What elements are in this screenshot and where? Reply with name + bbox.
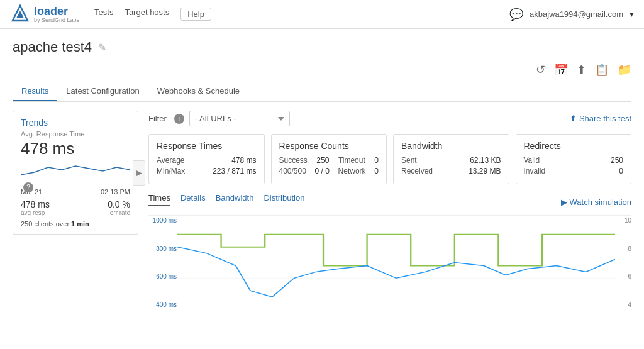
nav-target-hosts[interactable]: Target hosts: [125, 8, 169, 21]
trends-card: Trends Avg. Response Time 478 ms ? Mar 2…: [13, 111, 138, 235]
metric-key: Success: [279, 156, 308, 165]
clients-duration: 1 min: [71, 220, 89, 228]
watch-simulation-btn[interactable]: ▶ Watch simulation: [561, 197, 632, 207]
filter-label: Filter: [148, 114, 167, 123]
metric-val: 223 / 871 ms: [213, 167, 256, 175]
next-arrow-btn[interactable]: ▶: [133, 160, 145, 186]
filter-help-badge[interactable]: i: [174, 114, 184, 124]
calendar-icon[interactable]: 📅: [554, 63, 568, 77]
chart-area: 1000 ms 800 ms 600 ms 400 ms 10 8 6 4: [148, 215, 631, 309]
edit-icon[interactable]: ✎: [98, 42, 106, 53]
metric-val: 250: [611, 156, 623, 165]
sparkline-svg: [21, 161, 130, 180]
play-icon: ▶: [561, 197, 567, 207]
folder-icon[interactable]: 📁: [618, 63, 631, 77]
brand-name: loader: [34, 5, 68, 18]
metric-val: 62.13 KB: [470, 156, 501, 165]
metric-row: Min/Max 223 / 871 ms: [157, 167, 257, 175]
share-icon: ⬆: [570, 114, 577, 123]
toolbar: ↺ 📅 ⬆ 📋 📁: [13, 63, 631, 77]
metric-key: Average: [157, 156, 184, 165]
clients-line: 250 clients over 1 min: [21, 220, 130, 228]
metric-val: 250: [316, 156, 329, 165]
chart-svg-wrap: [177, 216, 615, 309]
err-rate-val: 0.0 %: [108, 199, 130, 209]
trends-avg-label: Avg. Response Time: [21, 130, 130, 138]
chevron-down-icon: ▾: [630, 9, 634, 19]
metric-title-bandwidth: Bandwidth: [401, 141, 501, 151]
brand-sub: by SendGrid Labs: [34, 17, 79, 23]
main-content: Trends Avg. Response Time 478 ms ? Mar 2…: [13, 111, 631, 309]
metric-row: Sent 62.13 KB: [401, 156, 501, 165]
metric-row: Average 478 ms: [157, 156, 257, 165]
user-label[interactable]: akbajwa1994@gmail.com: [530, 9, 623, 19]
page-content: apache test4 ✎ ↺ 📅 ⬆ 📋 📁 Results Latest …: [0, 29, 644, 319]
trends-divider: [21, 184, 130, 184]
copy-icon[interactable]: 📋: [595, 63, 609, 77]
y-label-400: 400 ms: [148, 301, 177, 308]
filter-select[interactable]: - All URLs -: [189, 111, 290, 126]
chat-icon[interactable]: 💬: [509, 8, 523, 21]
tab-results[interactable]: Results: [13, 82, 57, 101]
chart-tab-times[interactable]: Times: [148, 193, 170, 206]
nav-right: 💬 akbajwa1994@gmail.com ▾: [509, 8, 634, 21]
main-tabs: Results Latest Configuration Webhooks & …: [13, 82, 631, 102]
export-icon[interactable]: ⬆: [577, 63, 586, 77]
metric-key: Invalid: [524, 167, 546, 175]
metric-key: Received: [401, 167, 433, 175]
watch-sim-label: Watch simulation: [570, 197, 632, 207]
trends-stats: 478 ms avg resp 0.0 % err rate: [21, 199, 130, 216]
chart-tab-details[interactable]: Details: [180, 193, 206, 206]
metric-key: Sent: [401, 156, 417, 165]
nav-help[interactable]: Help: [180, 8, 211, 21]
tab-webhooks[interactable]: Webhooks & Schedule: [148, 82, 248, 101]
err-rate-label: err rate: [108, 209, 130, 216]
metric-val: 478 ms: [231, 156, 256, 165]
metric-title-response-times: Response Times: [157, 141, 257, 151]
metric-key: Min/Max: [157, 167, 185, 175]
share-label: Share this test: [579, 114, 631, 123]
metric-key: Valid: [524, 156, 540, 165]
y-label-r-4: 4: [616, 301, 631, 308]
filter-row: Filter i - All URLs - ⬆ Share this test: [148, 111, 631, 126]
navbar: loader by SendGrid Labs Tests Target hos…: [0, 0, 644, 29]
page-header: apache test4 ✎: [13, 39, 631, 55]
metric-val: 0: [619, 167, 623, 175]
metric-title-response-counts: Response Counts: [279, 141, 379, 151]
trends-title: Trends: [21, 118, 130, 128]
right-panel: Filter i - All URLs - ⬆ Share this test …: [148, 111, 631, 309]
avg-resp-val: 478 ms: [21, 199, 50, 209]
filter-left: Filter i - All URLs -: [148, 111, 290, 126]
chart-tabs: Times Details Bandwidth Distribution: [148, 193, 304, 206]
metric-card-response-times: Response Times Average 478 ms Min/Max 22…: [148, 134, 265, 184]
brand: loader by SendGrid Labs: [10, 4, 79, 25]
y-label-r-10: 10: [616, 217, 631, 224]
tab-latest-config[interactable]: Latest Configuration: [57, 82, 148, 101]
y-label-800: 800 ms: [148, 245, 177, 252]
y-label-r-6: 6: [616, 273, 631, 280]
share-test-btn[interactable]: ⬆ Share this test: [570, 114, 631, 123]
metric-key2: Timeout: [338, 156, 365, 165]
y-label-1000: 1000 ms: [148, 217, 177, 224]
metric-cards: Response Times Average 478 ms Min/Max 22…: [148, 134, 631, 184]
avg-resp-label: avg resp: [21, 209, 50, 216]
metric-row: Valid 250: [524, 156, 624, 165]
refresh-icon[interactable]: ↺: [536, 63, 545, 77]
clients-text: 250 clients over: [21, 220, 69, 228]
metric-row: Success 250 Timeout 0: [279, 156, 379, 165]
metric-key2: Network: [338, 167, 366, 175]
y-label-600: 600 ms: [148, 273, 177, 280]
chart-tab-bandwidth[interactable]: Bandwidth: [216, 193, 254, 206]
metric-card-redirects: Redirects Valid 250 Invalid 0: [516, 134, 632, 184]
page-title: apache test4: [13, 39, 92, 55]
help-badge[interactable]: ?: [23, 182, 33, 192]
chart-tab-distribution[interactable]: Distribution: [264, 193, 304, 206]
metric-row: Received 13.29 MB: [401, 167, 501, 175]
brand-logo-icon: [10, 4, 30, 25]
metric-row: Invalid 0: [524, 167, 624, 175]
metric-val2: 0: [374, 156, 379, 165]
metric-val: 13.29 MB: [469, 167, 501, 175]
metric-card-bandwidth: Bandwidth Sent 62.13 KB Received 13.29 M…: [393, 134, 509, 184]
nav-tests[interactable]: Tests: [94, 8, 113, 21]
trends-sparkline: ?: [21, 161, 130, 180]
